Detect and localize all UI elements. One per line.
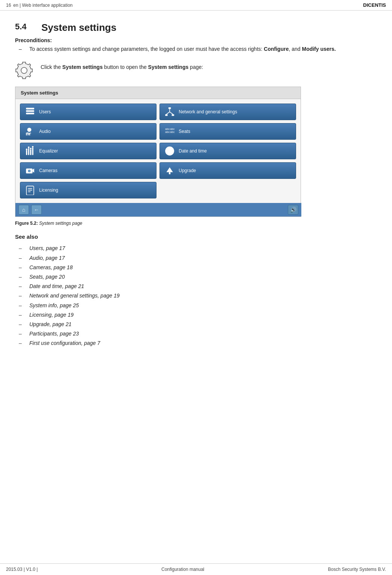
svg-rect-48 [26, 186, 34, 195]
page-content: 5.4 System settings Preconditions: – To … [0, 11, 392, 359]
svg-line-20 [166, 112, 170, 114]
list-item: –Cameras, page 18 [19, 263, 377, 272]
page-number: 16 [6, 3, 11, 8]
cameras-icon [25, 165, 35, 176]
top-bar-left: 16 en | Web interface application [6, 3, 73, 8]
upgrade-label: Upgrade [179, 168, 196, 173]
audio-icon [25, 126, 35, 137]
svg-rect-18 [172, 114, 174, 116]
svg-point-15 [27, 113, 28, 114]
list-item: –Network and general settings, page 19 [19, 291, 377, 300]
svg-text:abc: abc [165, 127, 170, 131]
network-label: Network and general settings [179, 109, 237, 114]
list-item: –Seats, page 20 [19, 272, 377, 282]
svg-text:abc: abc [170, 131, 175, 134]
top-bar: 16 en | Web interface application DICENT… [0, 0, 392, 11]
svg-point-35 [28, 146, 29, 148]
seats-label: Seats [179, 129, 190, 134]
svg-rect-32 [30, 149, 31, 155]
svg-point-45 [29, 171, 30, 172]
svg-marker-46 [166, 168, 173, 172]
section-header: 5.4 System settings [15, 22, 377, 34]
equalizer-button[interactable]: Equalizer [20, 143, 156, 159]
users-label: Users [39, 109, 51, 114]
ss-nav-left: ⌂ ← [18, 205, 42, 215]
footer-right: Bosch Security Systems B.V. [328, 567, 386, 572]
datetime-button[interactable]: Date and time [160, 143, 296, 159]
brand: DICENTIS [363, 2, 386, 8]
svg-rect-25 [29, 133, 30, 136]
network-button[interactable]: Network and general settings [160, 104, 296, 120]
cameras-label: Cameras [39, 168, 58, 173]
audio-label: Audio [39, 129, 51, 134]
list-item: –Users, page 17 [19, 244, 377, 253]
figure-caption: Figure 5.2: System settings page [15, 221, 377, 226]
see-also-list: –Users, page 17 –Audio, page 17 –Cameras… [15, 244, 377, 348]
footer-left: 2015.03 | V1.0 | [6, 567, 38, 572]
nav-home-button[interactable]: ⌂ [18, 205, 29, 215]
svg-rect-33 [32, 148, 33, 156]
licensing-label: Licensing [39, 188, 58, 193]
svg-rect-17 [165, 114, 168, 116]
equalizer-label: Equalizer [39, 148, 58, 154]
list-item: –First use configuration, page 7 [19, 339, 377, 348]
breadcrumb: en | Web interface application [13, 3, 73, 8]
see-also-section: See also –Users, page 17 –Audio, page 17… [15, 233, 377, 348]
equalizer-icon [25, 146, 35, 156]
svg-text:abc: abc [170, 127, 175, 131]
users-icon [25, 107, 35, 117]
preconditions-bold1: Configure [264, 46, 289, 52]
footer-center: Configuration manual [161, 567, 204, 572]
preconditions-label: Preconditions: [15, 37, 377, 43]
list-item: –Participants, page 23 [19, 329, 377, 339]
list-item: –Upgrade, page 21 [19, 320, 377, 329]
svg-text:abc: abc [165, 131, 170, 134]
list-item: –Audio, page 17 [19, 253, 377, 263]
intro-row: Click the System settings button to open… [15, 60, 377, 81]
system-settings-panel: System settings Users [15, 87, 301, 217]
audio-button[interactable]: Audio [20, 123, 156, 140]
svg-marker-43 [33, 169, 34, 173]
licensing-icon [25, 185, 35, 195]
cameras-button[interactable]: Cameras [20, 162, 156, 179]
users-button[interactable]: Users [20, 104, 156, 120]
svg-rect-30 [26, 150, 27, 155]
network-icon [164, 107, 175, 117]
svg-point-22 [27, 128, 31, 132]
datetime-label: Date and time [179, 148, 207, 154]
svg-rect-31 [28, 148, 29, 155]
figure-label: Figure 5.2: [15, 221, 38, 226]
preconditions: Preconditions: – To access system settin… [15, 37, 377, 53]
nav-volume-button[interactable]: 🔊 [288, 205, 298, 215]
svg-rect-24 [28, 133, 29, 136]
ss-grid: Users Network and general settings [15, 99, 301, 203]
svg-point-36 [30, 148, 31, 149]
gear-icon-wrap [15, 61, 33, 81]
licensing-button[interactable]: Licensing [20, 182, 156, 198]
intro-bold1: System settings [62, 64, 103, 70]
intro-bold2: System settings [148, 64, 188, 70]
preconditions-item: – To access system settings and change p… [19, 45, 377, 53]
footer: 2015.03 | V1.0 | Configuration manual Bo… [0, 563, 392, 575]
upgrade-icon [164, 165, 175, 176]
ss-panel-title: System settings [15, 87, 301, 99]
list-item: –Date and time, page 21 [19, 282, 377, 291]
seats-button[interactable]: abc abc abc abc Seats [160, 123, 296, 140]
gear-icon [15, 61, 33, 79]
svg-point-13 [27, 108, 28, 110]
svg-rect-23 [26, 133, 27, 136]
list-item: –Licensing, page 19 [19, 310, 377, 320]
seats-icon: abc abc abc abc [164, 126, 175, 137]
svg-point-9 [21, 67, 27, 73]
preconditions-bold2: Modify users. [302, 46, 336, 52]
svg-point-34 [26, 149, 27, 150]
list-item: –System info, page 25 [19, 301, 377, 310]
upgrade-button[interactable]: Upgrade [160, 162, 296, 179]
ss-nav-right: 🔊 [288, 205, 298, 215]
section-title: System settings [41, 22, 116, 34]
nav-back-button[interactable]: ← [31, 205, 42, 215]
svg-point-14 [27, 110, 28, 112]
svg-point-37 [32, 146, 33, 147]
see-also-title: See also [15, 233, 377, 240]
intro-text: Click the System settings button to open… [41, 60, 203, 71]
